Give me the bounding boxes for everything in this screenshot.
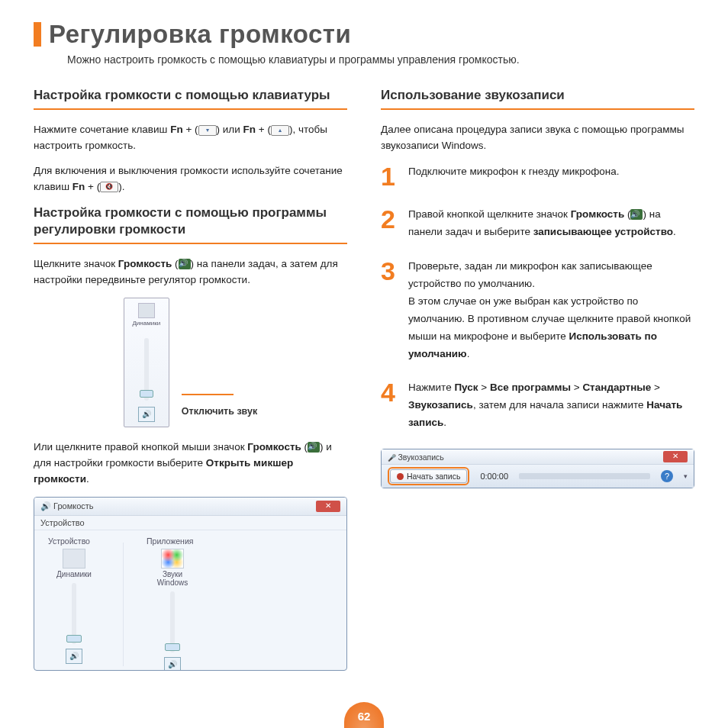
step-text: Подключите микрофон к гнезду микрофона. (408, 163, 694, 189)
step-2: 2 Правой кнопкой щелкните значок Громкос… (381, 206, 694, 241)
recorder-body: Начать запись 0:00:00 ? ▾ (382, 465, 694, 488)
page-number-badge: 62 (344, 702, 384, 728)
step-text: Проверьте, задан ли микрофон как записыв… (408, 258, 694, 363)
left-column: Настройка громкости с помощью клавиатуры… (34, 87, 347, 671)
close-icon: ✕ (316, 501, 340, 512)
device-label: Динамики (124, 320, 169, 327)
step-4: 4 Нажмите Пуск > Все программы > Стандар… (381, 379, 694, 432)
volume-tray-icon (630, 209, 643, 220)
mute-callout-label: Отключить звук (182, 406, 257, 417)
section-divider (34, 243, 347, 244)
mute-button-icon: 🔊 (138, 407, 155, 422)
close-icon: ✕ (663, 451, 688, 462)
record-time: 0:00:00 (480, 472, 508, 481)
page-title: Регулировка громкости (49, 20, 351, 49)
step-text: Правой кнопкой щелкните значок Громкость… (408, 206, 694, 241)
mute-button-icon: 🔊 (66, 649, 82, 664)
page-subtitle: Можно настроить громкость с помощью клав… (67, 53, 694, 66)
record-button-highlight: Начать запись (388, 467, 469, 485)
mixer-body: Устройство Динамики 🔊 Приложения Звуки W… (34, 530, 346, 671)
mixer-device-slot: Динамики 🔊 (48, 549, 100, 664)
section-divider (381, 108, 694, 110)
speaker-icon (63, 549, 85, 569)
step-1: 1 Подключите микрофон к гнезду микрофона… (381, 163, 694, 189)
dropdown-arrow-icon: ▾ (684, 472, 688, 480)
volume-down-key-icon: ▾ (198, 125, 217, 136)
slider-track (170, 591, 175, 652)
device-icon (138, 303, 155, 318)
section-keyboard-title: Настройка громкости с помощью клавиатуры (34, 87, 347, 104)
mute-button-icon: 🔊 (164, 657, 181, 671)
keyboard-paragraph-1: Нажмите сочетание клавиш Fn + (▾) или Fn… (34, 122, 347, 154)
step-text: Нажмите Пуск > Все программы > Стандартн… (408, 379, 694, 432)
right-column: Использование звукозаписи Далее описана … (381, 87, 694, 671)
section-program-title: Настройка громкости с помощью программы … (34, 205, 347, 238)
step-number: 1 (381, 163, 399, 189)
slider-track (72, 583, 76, 644)
mixer-titlebar: 🔊 Громкость ✕ (34, 498, 346, 516)
record-level-bar (519, 473, 650, 479)
recording-intro: Далее описана процедура записи звука с п… (381, 122, 694, 154)
mute-key-icon: 🔇 (100, 182, 118, 192)
section-recording-title: Использование звукозаписи (381, 87, 694, 104)
step-3: 3 Проверьте, задан ли микрофон как запис… (381, 258, 694, 363)
volume-slider-popup: Динамики 🔊 (124, 298, 169, 427)
slider-handle (140, 390, 153, 398)
mixer-apps-section: Приложения Звуки Windows 🔊 (147, 536, 198, 671)
divider (123, 543, 124, 666)
content-columns: Настройка громкости с помощью клавиатуры… (34, 87, 694, 671)
callout: Отключить звук (182, 394, 257, 427)
mixer-menu: Устройство (34, 516, 346, 530)
volume-tray-icon (179, 259, 191, 269)
slider-handle (66, 635, 82, 643)
program-paragraph-1: Щелкните значок Громкость () на панели з… (34, 256, 347, 288)
volume-slider-figure: Динамики 🔊 Отключить звук (34, 298, 347, 427)
slider-handle (165, 643, 180, 651)
help-icon: ? (661, 470, 673, 482)
step-number: 3 (381, 258, 399, 363)
recorder-titlebar: 🎤 Звукозапись ✕ (382, 449, 694, 465)
title-accent-bar (34, 22, 41, 47)
volume-mixer-window: 🔊 Громкость ✕ Устройство Устройство Дина… (34, 497, 347, 671)
windows-logo-icon (161, 549, 184, 569)
section-divider (34, 108, 347, 110)
mixer-app-slot: Звуки Windows 🔊 (147, 549, 198, 671)
callout-line (182, 394, 234, 395)
volume-up-key-icon: ▴ (271, 125, 289, 136)
record-dot-icon (397, 473, 404, 480)
program-paragraph-2: Или щелкните правой кнопкой мыши значок … (34, 440, 347, 488)
volume-tray-icon (308, 442, 320, 453)
keyboard-paragraph-2: Для включения и выключения громкости исп… (34, 163, 347, 195)
mixer-device-section: Устройство Динамики 🔊 (48, 536, 100, 671)
step-number: 4 (381, 379, 399, 432)
page-title-row: Регулировка громкости (34, 20, 694, 49)
step-number: 2 (381, 206, 399, 241)
sound-recorder-window: 🎤 Звукозапись ✕ Начать запись 0:00:00 ? … (381, 449, 694, 488)
start-record-button: Начать запись (390, 469, 467, 483)
